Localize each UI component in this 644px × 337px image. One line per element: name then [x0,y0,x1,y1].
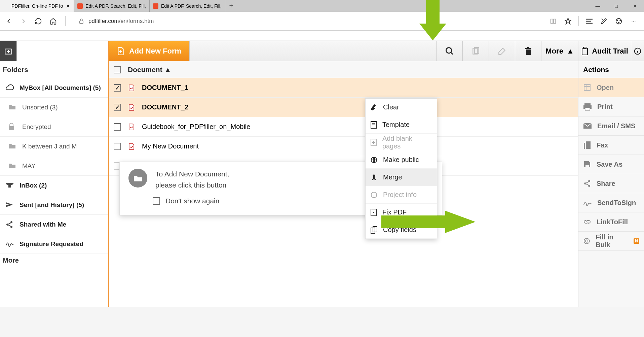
folder-circle-icon [128,169,147,188]
svg-rect-16 [526,49,531,55]
mail-icon [583,123,592,129]
copy-button[interactable] [462,41,489,61]
sidebar-more[interactable]: More [0,254,108,267]
search-button[interactable] [436,41,462,61]
audit-trail-button[interactable]: Audit Trail [578,41,631,61]
more-button[interactable]: More ▲ [541,41,578,61]
select-all-checkbox[interactable] [114,66,121,73]
action-fill-bulk[interactable]: Fill in Bulk N [578,232,644,251]
folder-may[interactable]: MAY [0,156,108,176]
svg-point-7 [618,22,619,23]
svg-rect-29 [584,85,590,91]
folder-shared[interactable]: Shared with Me [0,215,108,234]
svg-point-41 [585,240,588,242]
save-icon [583,160,591,168]
new-tab-button[interactable]: + [225,0,237,12]
url-path: /en/forms.htm [119,18,154,24]
doc-row[interactable]: My New Document [109,137,578,156]
doc-row[interactable]: DOCUMENT_2 [109,98,578,117]
notes-icon[interactable] [600,17,608,26]
close-icon[interactable]: ✕ [66,4,70,8]
reading-view-icon[interactable] [549,17,558,26]
more-menu-icon[interactable]: ··· [629,17,638,26]
row-checkbox[interactable] [114,143,121,150]
folder-inbox[interactable]: InBox (2) [0,176,108,195]
url-host: pdffiller.com [88,18,119,24]
svg-rect-30 [584,103,591,105]
sign-icon [583,199,592,206]
menu-project-info: Project info [366,186,437,204]
folder-k[interactable]: K between J and M [0,137,108,156]
svg-rect-34 [584,143,585,149]
folder-encrypted[interactable]: Encrypted [0,117,108,137]
svg-point-40 [584,238,590,244]
svg-rect-9 [9,126,14,130]
delete-button[interactable] [515,41,541,61]
menu-clear[interactable]: Clear [366,99,437,116]
row-checkbox[interactable] [114,84,121,92]
share-icon [5,221,13,229]
caret-up-icon: ▲ [567,47,574,56]
action-print[interactable]: Print [578,97,644,116]
row-checkbox[interactable] [114,104,121,111]
folder-sig-requested[interactable]: Signature Requested [0,234,108,254]
action-open[interactable]: Open [578,78,644,97]
add-form-label: Add New Form [129,47,181,56]
action-share[interactable]: Share [578,174,644,193]
folder-unsorted[interactable]: Unsorted (3) [0,98,108,117]
menu-make-public[interactable]: Make public [366,151,437,169]
address-bar[interactable]: pdffiller.com/en/forms.htm [78,18,154,25]
tab-title: PDFfiller. On-line PDF fo [11,3,63,9]
maximize-button[interactable]: □ [607,0,626,12]
close-window-button[interactable]: ✕ [626,0,644,12]
back-button[interactable] [3,16,14,27]
bulk-icon [583,237,591,245]
info-icon [634,47,641,55]
folder-sent[interactable]: Sent [and History] (5) [0,195,108,215]
dont-show-label: Don't show again [165,197,219,205]
nav-bar: pdffiller.com/en/forms.htm ··· [0,12,644,31]
pdf-icon [128,143,135,150]
browser-tab-2[interactable]: Edit A PDF. Search, Edit, Fill, [150,0,225,12]
action-linktofill[interactable]: LinkToFill [578,212,644,232]
add-new-form-button[interactable]: Add New Form [109,41,190,61]
menu-template[interactable]: Template [366,116,437,134]
tooltip-line2: please click this button [155,180,229,191]
svg-rect-35 [586,141,591,149]
more-label: More [545,47,563,56]
info-button[interactable] [631,41,644,61]
menu-merge[interactable]: Merge [366,169,437,186]
svg-point-6 [620,20,621,21]
forward-button[interactable] [18,16,29,27]
pdf-icon [128,123,135,131]
hub-icon[interactable] [585,17,594,26]
dont-show-checkbox[interactable] [153,197,160,205]
doc-row[interactable]: Guidebook_for_PDFfiller_on_Mobile [109,117,578,137]
cloud-icon [5,84,13,92]
browser-tab-1[interactable]: Edit A PDF. Search, Edit, Fill, [74,0,150,12]
rename-button[interactable] [489,41,515,61]
action-sendtosign[interactable]: SendToSign [578,193,644,212]
inbox-icon [5,181,13,190]
svg-rect-36 [585,165,589,167]
minimize-button[interactable]: — [589,0,607,12]
favorite-star-icon[interactable] [564,17,572,26]
add-folder-button[interactable] [0,41,17,61]
refresh-button[interactable] [33,16,44,27]
browser-tab-0[interactable]: PDFfiller. On-line PDF fo ✕ [0,0,74,12]
row-checkbox[interactable] [114,123,121,131]
svg-point-13 [446,47,451,53]
dont-show-again[interactable]: Don't show again [153,197,219,205]
share-ext-icon[interactable] [614,17,623,26]
folder-mybox[interactable]: MyBox [All Documents] (5) [0,78,108,98]
home-button[interactable] [48,16,59,27]
signature-icon [5,240,13,248]
favicon-icon [153,3,158,9]
wrench-icon [370,208,377,216]
action-email[interactable]: Email / SMS [578,116,644,136]
doc-row[interactable]: DOCUMENT_1 [109,78,578,98]
column-document[interactable]: Document ▲ [128,66,171,74]
tab-title: Edit A PDF. Search, Edit, Fill, [85,3,146,9]
action-save-as[interactable]: Save As [578,155,644,174]
action-fax[interactable]: Fax [578,136,644,155]
